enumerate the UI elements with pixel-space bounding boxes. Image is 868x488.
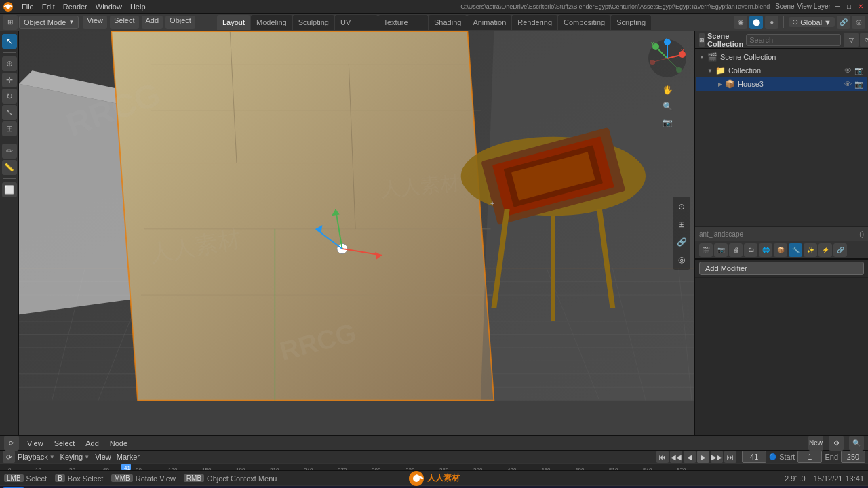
constraints-tab[interactable]: 🔗 — [833, 243, 847, 257]
close-button[interactable]: ✕ — [856, 3, 865, 10]
outliner-item-house3[interactable]: ▶ 📦 House3 👁 📷 — [696, 77, 867, 91]
menu-edit[interactable]: Edit — [38, 0, 59, 14]
timeline-ruler[interactable]: 0 10 30 60 90 120 150 180 210 240 270 30… — [0, 463, 868, 470]
outliner-item-collection[interactable]: ▼ 📁 Collection 👁 📷 — [696, 64, 867, 77]
visibility-icon[interactable]: 👁 — [844, 66, 852, 75]
start-frame-input[interactable]: 1 — [797, 451, 822, 463]
workspace-tabs-bar: ⊞ Object Mode ▼ View Select Add Object L… — [0, 14, 868, 31]
timeline-view-menu[interactable]: View — [24, 439, 46, 447]
world-tab[interactable]: 🌐 — [759, 243, 772, 257]
current-frame-input[interactable]: 41 — [742, 451, 766, 463]
editor-type-tl-icon[interactable]: ⟳ — [3, 451, 15, 463]
play-reverse-button[interactable]: ◀ — [684, 451, 696, 463]
prev-frame-button[interactable]: ◀◀ — [670, 451, 682, 463]
menu-render[interactable]: Render — [59, 0, 92, 14]
viewport-shading-solid[interactable]: ◉ — [734, 16, 747, 29]
object-tab[interactable]: 📦 — [774, 243, 787, 257]
menu-help[interactable]: Help — [126, 0, 150, 14]
timeline-add-menu[interactable]: Add — [83, 439, 102, 447]
pivot-point-selector[interactable]: ⊙ Global ▼ — [789, 17, 835, 27]
menu-file[interactable]: File — [18, 0, 38, 14]
tool-rotate[interactable]: ↻ — [2, 89, 17, 104]
timeline-zoom-icon[interactable]: 🔍 — [849, 436, 864, 451]
mmb-key: MMB — [111, 474, 132, 482]
render-icon[interactable]: 📷 — [854, 66, 864, 75]
outliner-type-button[interactable]: ⊞ — [699, 33, 705, 47]
tool-select[interactable]: ↖ — [2, 34, 17, 49]
house-vis-icon[interactable]: 👁 — [844, 80, 852, 88]
tab-animation[interactable]: Animation — [467, 15, 511, 30]
b-key: B — [55, 474, 65, 482]
tab-scripting[interactable]: Scripting — [611, 15, 651, 30]
overlay-show-button[interactable]: ⊙ — [674, 199, 689, 214]
snap-toggle[interactable]: 🔗 — [837, 16, 850, 29]
marker-menu[interactable]: Marker — [117, 453, 140, 461]
camera-icon[interactable]: 📷 — [660, 115, 675, 130]
viewport-header-menus: View Select Add Object — [83, 16, 195, 29]
view-menu[interactable]: View — [83, 16, 107, 29]
editor-type-button[interactable]: ⊞ — [3, 15, 18, 30]
tab-shading[interactable]: Shading — [429, 15, 467, 30]
end-frame-input[interactable]: 250 — [841, 451, 865, 463]
render-props-tab[interactable]: 📷 — [714, 243, 728, 257]
3d-viewport[interactable]: User Perspective (41) Collection | House… — [19, 31, 694, 435]
tab-layout[interactable]: Layout — [217, 15, 250, 30]
playback-menu[interactable]: Playback — [18, 453, 48, 461]
add-menu[interactable]: Add — [142, 16, 163, 29]
tab-sculpting[interactable]: Sculpting — [293, 15, 334, 30]
timeline-type-icon[interactable]: ⟳ — [4, 436, 19, 451]
view-tl-menu[interactable]: View — [95, 453, 111, 461]
tool-measure[interactable]: 📏 — [2, 160, 17, 175]
time-label: 13:41 — [845, 474, 864, 483]
keying-menu[interactable]: Keying — [60, 453, 83, 461]
tool-annotate[interactable]: ✏ — [2, 144, 17, 159]
status-bar: LMB Select B Box Select MMB Rotate View … — [0, 470, 868, 485]
zoom-icon[interactable]: 🔍 — [660, 99, 675, 114]
output-props-tab[interactable]: 🖨 — [729, 243, 743, 257]
viewport-shading-material[interactable]: ⬤ — [749, 16, 763, 29]
tool-cursor[interactable]: ⊕ — [2, 56, 17, 71]
maximize-button[interactable]: □ — [845, 3, 853, 10]
object-mode-selector[interactable]: Object Mode ▼ — [19, 16, 79, 29]
viewport-gizmo[interactable]: X Y Z 🖐 🔍 📷 — [647, 38, 688, 130]
timeline-select-menu[interactable]: Select — [52, 439, 78, 447]
jump-start-button[interactable]: ⏮ — [656, 451, 669, 463]
jump-end-button[interactable]: ⏭ — [724, 451, 736, 463]
minimize-button[interactable]: ─ — [833, 3, 842, 10]
tab-uv-editing[interactable]: UV Editing — [335, 15, 378, 30]
house-render-icon[interactable]: 📷 — [854, 80, 864, 89]
hand-tool-icon[interactable]: 🖐 — [660, 83, 675, 98]
menu-window[interactable]: Window — [92, 0, 126, 14]
play-button[interactable]: ▶ — [697, 451, 709, 463]
next-frame-button[interactable]: ▶▶ — [711, 451, 723, 463]
snap-button[interactable]: 🔗 — [674, 235, 689, 249]
sync-icon[interactable]: ⟳ — [860, 33, 868, 47]
outliner-item-scene-collection[interactable]: ▼ 🎬 Scene Collection — [696, 50, 867, 64]
outliner-search[interactable] — [746, 34, 841, 46]
add-modifier-button[interactable]: Add Modifier — [699, 262, 864, 275]
tool-add-cube[interactable]: ⬜ — [2, 182, 17, 197]
physics-tab[interactable]: ⚡ — [818, 243, 832, 257]
modifier-tab[interactable]: 🔧 — [789, 243, 802, 257]
timeline-settings-icon[interactable]: ⚙ — [829, 436, 844, 451]
tool-transform[interactable]: ⊞ — [2, 121, 17, 136]
tab-texture-paint[interactable]: Texture Paint — [378, 15, 429, 30]
tool-move[interactable]: ✛ — [2, 73, 17, 87]
tab-compositing[interactable]: Compositing — [558, 15, 610, 30]
object-menu[interactable]: Object — [165, 16, 195, 29]
viewport-shading-render[interactable]: ● — [765, 16, 778, 29]
particles-tab[interactable]: ✨ — [804, 243, 817, 257]
tool-scale[interactable]: ⤡ — [2, 105, 17, 120]
filter-icon[interactable]: ▽ — [844, 33, 859, 47]
tab-rendering[interactable]: Rendering — [512, 15, 557, 30]
gizmo-show-button[interactable]: ⊞ — [674, 217, 689, 232]
timeline-new-btn[interactable]: New — [808, 436, 823, 451]
tab-modeling[interactable]: Modeling — [251, 15, 292, 30]
select-menu[interactable]: Select — [110, 16, 139, 29]
scene-props-tab[interactable]: 🎬 — [699, 243, 713, 257]
proportional-button[interactable]: ◎ — [674, 252, 689, 267]
view-layer-tab[interactable]: 🗂 — [744, 243, 757, 257]
timeline-node-menu[interactable]: Node — [107, 439, 130, 447]
proportional-edit[interactable]: ◎ — [852, 16, 865, 29]
outliner-body[interactable]: ▼ 🎬 Scene Collection ▼ 📁 Collection 👁 📷 … — [695, 49, 868, 226]
